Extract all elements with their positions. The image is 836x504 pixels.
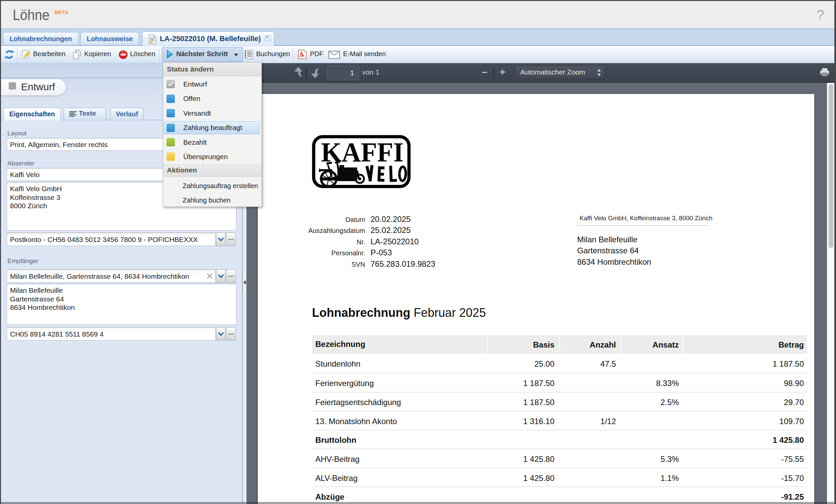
svg-text:KAFFI: KAFFI (321, 137, 404, 168)
